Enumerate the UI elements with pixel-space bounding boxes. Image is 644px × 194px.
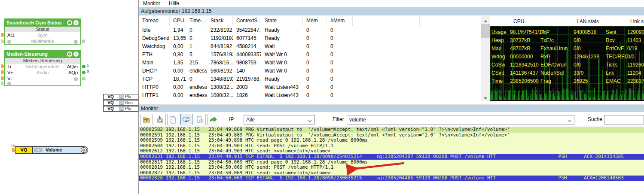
export-log-button[interactable] [207,114,219,125]
input-connector-icon[interactable] [1,76,4,80]
node-vq-volume[interactable]: VQ ● Volume ⚙ [15,146,88,154]
stats-group: Sent129090Rcv11403Err/OvE0/19TEC/REC0/0T… [606,28,644,85]
input-connector-icon[interactable] [1,33,4,37]
live-monitor-button[interactable] [180,114,192,125]
output-connector-icon[interactable] [82,77,85,80]
input-connector-icon[interactable] [1,70,4,74]
info-icon[interactable]: i [73,20,79,25]
thread-cell: endless [186,91,207,100]
node-soundtouch-gym-status[interactable]: Soundtouch Gym Status ⚙ i Status AI1 Gym… [4,18,81,45]
thread-cell: 1 [186,42,207,51]
timed-log-button[interactable] [194,114,206,125]
stat-value: 0/0 [574,36,581,45]
column-header[interactable]: Thread [139,16,170,26]
link-chip-icon[interactable]: ● [34,148,43,152]
vq-strip[interactable]: VQPla [103,94,138,100]
add-pin-icon[interactable]: + [74,40,78,44]
thread-table-scrollbar[interactable] [481,16,490,101]
add-pin-icon[interactable]: + [74,77,78,81]
log-row[interactable]: 00002819 192.168.1.15 23:04:50.069 HTC s… [139,165,644,170]
column-header[interactable]: Stack [207,16,233,26]
stat-label: Max [491,45,510,53]
filter-combobox[interactable]: volume [347,115,574,124]
stat-label: TxE/c [540,36,574,45]
stat-row: Time2385206500 [491,77,545,85]
vq-strip[interactable]: VQSou [103,100,138,106]
gear-icon[interactable]: ⚙ [81,147,87,153]
log-row[interactable]: 00002827 192.168.1.15 23:04:50.069 HTC s… [139,170,644,176]
input-connector-icon[interactable] [1,39,4,43]
add-pin-icon[interactable]: + [7,40,11,44]
thread-row[interactable]: Idle1,940232/819235422847...Ready00 [139,26,481,34]
log-row[interactable]: 00002582 192.168.1.15 23:04:49.869 PRG V… [139,127,644,133]
node-medien-steuerung[interactable]: Medien-Steuerung ⚙ i Medien-Steuerung Tr… [4,50,81,86]
add-pin-icon[interactable]: + [7,82,11,86]
thread-cell: HTTP0 [139,83,170,91]
column-header[interactable]: CPU [170,16,186,26]
thread-cell: Wait Wr 0 [261,67,303,75]
thread-cell: 1308/32... [207,83,233,91]
info-icon[interactable]: i [73,52,79,57]
input-connector-icon[interactable] [12,148,15,152]
new-log-button[interactable] [167,114,179,125]
stat-value: 33/0 [574,69,583,77]
log-row[interactable]: 00002612 192.168.1.15 23:04:49.903 HTC s… [139,149,644,154]
column-header[interactable]: ContextS... [233,16,261,26]
log-row[interactable]: 00002604 192.168.1.15 23:04:49.903 HTC s… [139,143,644,149]
gear-icon[interactable]: ⚙ [67,20,72,25]
import-log-button[interactable] [154,114,166,125]
vq-tag: VQ [104,100,118,105]
log-row[interactable]: 00002828 192.168.1.15 23:04:50.069 TCP E… [139,176,644,181]
stats-group: TxP94808518TxE/c0/0Exhau/Urun0/0RxP12946… [540,28,599,85]
output-connector-icon[interactable] [82,39,85,43]
search-input[interactable] [604,115,644,124]
open-log-button[interactable] [140,114,153,125]
stat-row: Sent129090 [606,28,644,36]
column-header[interactable]: #Mem [327,16,353,26]
thread-row[interactable]: TCP18,7101348/819221919788...Ready00 [139,75,481,83]
thread-row[interactable]: DebugSend13,6501192/81926077145Ready00 [139,34,481,42]
thread-cell: 0,00 [170,83,186,91]
input-connector-icon[interactable] [1,64,4,68]
stat-value: 129090 [627,28,644,36]
thread-row[interactable]: HTTP00,00endless1308/32...2003Wait Liste… [139,83,481,91]
node-header[interactable]: Soundtouch Gym Status ⚙ i [5,19,80,27]
ip-select[interactable]: Alle [244,115,315,124]
menu-item-monitor[interactable]: Monitor [139,0,165,7]
menu-item-hilfe[interactable]: Hilfe [165,0,183,7]
stat-row: Err/OvE0/19 [606,45,644,53]
new-log-icon [169,115,177,124]
gear-icon[interactable]: ⚙ [67,52,72,57]
stats-header-link: Link s [630,18,644,24]
thread-row[interactable]: DHCP0,00endless560/8192140Wait Wr 000 [139,67,481,75]
input-connector-icon[interactable] [1,82,4,85]
log-row[interactable]: 00002817 192.168.1.15 23:04:50.069 HTC r… [139,160,644,165]
node-header[interactable]: Medien-Steuerung ⚙ i [5,50,80,58]
output-connector-icon[interactable] [82,71,85,74]
thread-cell: 0 [303,67,327,75]
thread-cell: 2003 [233,83,261,91]
thread-cell: 0 [303,42,327,51]
log-row[interactable]: 00002631 192.168.1.15 23:04:49.915 TCP E… [139,154,644,160]
stat-value: 0/0 [574,61,581,69]
input-pin-label: Tr [5,64,19,70]
vq-strip[interactable]: VQPla [103,106,138,112]
scrollbar-thumb[interactable] [481,24,490,38]
thread-row[interactable]: ETH0,8051576/8192440093357Wait Wr 000 [139,51,481,59]
aufgabenmonitor-window: MonitorHilfe Aufgabenmonitor 192.168.1.1… [138,0,644,194]
scroll-up-icon[interactable] [481,16,490,24]
thread-cell: DHCP [139,67,170,75]
thread-row[interactable]: Watchdog0,001644/81924588214Wait00 [139,42,481,51]
log-row[interactable]: 00002599 192.168.1.15 23:04:49.898 HTC r… [139,138,644,143]
log-row[interactable]: 00002591 192.168.1.15 23:04:49.889 PRG V… [139,133,644,138]
output-connector-icon[interactable] [82,65,85,68]
thread-row[interactable]: Main1,352157868/16...9808759Wait Wr 000 [139,59,481,67]
thread-row[interactable]: HTTP10,00endless1080/32...1826Wait Liste… [139,91,481,100]
stat-value: 1218342510 [510,61,539,69]
scroll-down-icon[interactable] [481,94,490,101]
pin-assignment: Audio [19,70,66,76]
filter-label: Filter [333,116,344,122]
column-header[interactable]: State [261,16,303,26]
column-header[interactable]: Time... [186,16,207,26]
column-header[interactable]: Mem [303,16,327,26]
